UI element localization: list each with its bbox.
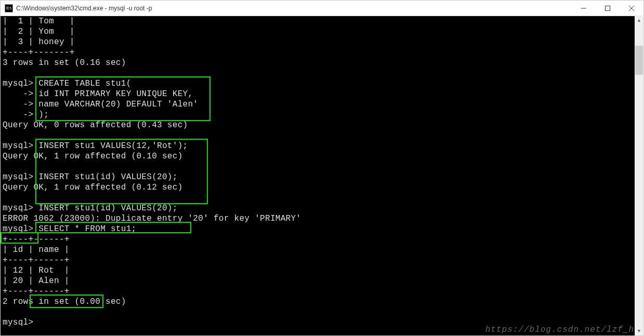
terminal-line: Query OK, 1 row affected (0.12 sec) xyxy=(3,182,635,193)
terminal-line xyxy=(3,68,635,78)
terminal-line xyxy=(3,130,635,141)
vertical-scrollbar[interactable]: ▲ ▼ xyxy=(635,16,643,335)
terminal-line: +----+------+ xyxy=(3,286,635,297)
terminal-line: -> id INT PRIMARY KEY UNIQUE KEY, xyxy=(3,89,635,99)
terminal-output[interactable]: | 1 | Tom || 2 | Yom || 3 | honey |+----… xyxy=(1,16,635,335)
titlebar[interactable]: C:\ C:\Windows\system32\cmd.exe - mysql … xyxy=(1,1,643,16)
terminal-line: +----+-------+ xyxy=(3,47,635,58)
scroll-down-arrow[interactable]: ▼ xyxy=(635,327,643,335)
scroll-thumb[interactable] xyxy=(635,46,643,75)
terminal-line: | 20 | Alen | xyxy=(3,276,635,286)
terminal-line xyxy=(3,193,635,203)
terminal-line: mysql> xyxy=(3,317,635,328)
svg-rect-1 xyxy=(606,6,610,10)
terminal-line: +----+------+ xyxy=(3,255,635,265)
terminal-line: | 3 | honey | xyxy=(3,37,635,47)
terminal-line: mysql> CREATE TABLE stu1( xyxy=(3,78,635,89)
terminal-line: -> ); xyxy=(3,110,635,120)
terminal-line: | 12 | Rot | xyxy=(3,265,635,276)
scroll-track[interactable] xyxy=(635,25,643,327)
terminal-line: | id | name | xyxy=(3,245,635,255)
terminal-line: Query OK, 0 rows affected (0.43 sec) xyxy=(3,120,635,130)
window-title: C:\Windows\system32\cmd.exe - mysql -u r… xyxy=(16,5,572,12)
terminal-line: mysql> INSERT stu1(id) VALUES(20); xyxy=(3,172,635,182)
maximize-button[interactable] xyxy=(596,1,620,16)
terminal-line: | 2 | Yom | xyxy=(3,26,635,37)
terminal-line: Query OK, 1 row affected (0.10 sec) xyxy=(3,151,635,162)
window-controls xyxy=(572,1,643,16)
terminal-line: mysql> INSERT stu1(id) VALUES(20); xyxy=(3,203,635,213)
cmd-window: C:\ C:\Windows\system32\cmd.exe - mysql … xyxy=(0,0,644,336)
cmd-icon: C:\ xyxy=(5,4,13,12)
terminal-line xyxy=(3,162,635,172)
terminal-line: 2 rows in set (0.00 sec) xyxy=(3,297,635,307)
terminal-line: ERROR 1062 (23000): Duplicate entry '20'… xyxy=(3,213,635,224)
terminal-line: | 1 | Tom | xyxy=(3,16,635,26)
terminal-line: 3 rows in set (0.16 sec) xyxy=(3,58,635,68)
content-area: | 1 | Tom || 2 | Yom || 3 | honey |+----… xyxy=(1,16,643,335)
terminal-line: mysql> SELECT * FROM stu1; xyxy=(3,224,635,234)
terminal-line: -> name VARCHAR(20) DEFAULT 'Alen' xyxy=(3,99,635,110)
terminal-line: +----+------+ xyxy=(3,234,635,245)
terminal-line xyxy=(3,307,635,317)
scroll-up-arrow[interactable]: ▲ xyxy=(635,16,643,25)
close-button[interactable] xyxy=(620,1,643,16)
minimize-button[interactable] xyxy=(572,1,596,16)
terminal-line: mysql> INSERT stu1 VALUES(12,'Rot'); xyxy=(3,141,635,151)
